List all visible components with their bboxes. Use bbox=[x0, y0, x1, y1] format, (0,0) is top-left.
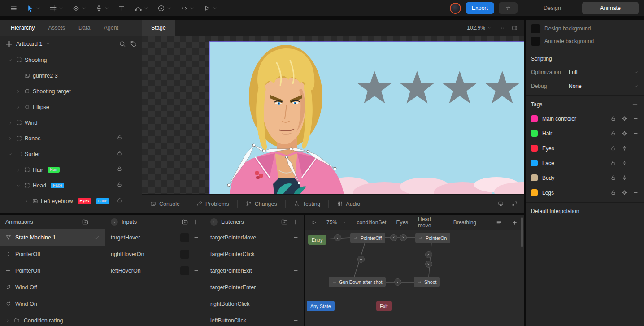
listener-item[interactable]: targetPointerExit bbox=[205, 262, 304, 279]
expand-icon[interactable] bbox=[512, 201, 518, 207]
tag-color-swatch[interactable] bbox=[531, 189, 538, 196]
input-item[interactable]: targetHover bbox=[105, 229, 205, 246]
gear-icon[interactable] bbox=[622, 116, 627, 122]
text-tool[interactable] bbox=[113, 0, 130, 16]
tag-color-swatch[interactable] bbox=[531, 145, 538, 152]
remove-icon[interactable] bbox=[293, 317, 299, 323]
listener-item[interactable]: targetPointerMove bbox=[205, 229, 304, 246]
code-tool[interactable] bbox=[176, 0, 199, 16]
listener-item[interactable]: leftButtonClick bbox=[205, 312, 304, 326]
bolt-tool[interactable] bbox=[153, 0, 176, 16]
tag-color-swatch[interactable] bbox=[531, 130, 538, 137]
add-animation-icon[interactable] bbox=[92, 218, 100, 226]
transition-port[interactable] bbox=[357, 256, 365, 263]
node-entry[interactable]: Entry bbox=[308, 235, 326, 245]
boolean-toggle[interactable] bbox=[180, 266, 189, 275]
boolean-toggle[interactable] bbox=[180, 250, 189, 259]
tab-changes[interactable]: Changes bbox=[244, 201, 279, 207]
transition-port[interactable] bbox=[394, 278, 401, 286]
tree-row[interactable]: Shooting target bbox=[0, 83, 142, 99]
new-folder-icon[interactable] bbox=[82, 218, 89, 226]
boolean-toggle[interactable] bbox=[180, 233, 189, 242]
chevron-down-icon[interactable] bbox=[8, 152, 13, 156]
graph-scrollbar[interactable] bbox=[521, 217, 523, 247]
tree-row[interactable]: gunfire2 3 bbox=[0, 68, 142, 83]
layer-tab[interactable]: conditionSet bbox=[357, 219, 386, 226]
input-item[interactable]: rightHoverOn bbox=[105, 246, 205, 262]
tag-row[interactable]: Face bbox=[526, 156, 644, 170]
export-button[interactable]: Export bbox=[466, 2, 494, 14]
remove-icon[interactable] bbox=[193, 251, 199, 257]
node-state[interactable]: PointerOn bbox=[415, 233, 450, 243]
zoom-control[interactable]: 102.9% bbox=[467, 25, 492, 31]
layer-tab[interactable]: Head move bbox=[418, 216, 444, 229]
tree-row[interactable]: Bones bbox=[0, 130, 142, 146]
tag-color-swatch[interactable] bbox=[531, 115, 538, 122]
lock-icon[interactable] bbox=[117, 150, 122, 156]
curve-tool[interactable] bbox=[130, 0, 153, 16]
tab-hierarchy[interactable]: Hierarchy bbox=[11, 25, 35, 31]
artboard-selector[interactable]: Artboard 1 bbox=[0, 36, 142, 52]
gear-icon[interactable] bbox=[622, 160, 627, 166]
remove-icon[interactable] bbox=[293, 284, 299, 290]
collapse-toggle[interactable] bbox=[210, 218, 218, 226]
remove-icon[interactable] bbox=[293, 301, 299, 307]
debug-select[interactable]: None bbox=[569, 83, 634, 89]
tree-row[interactable]: Hair Hair bbox=[0, 162, 142, 178]
tag-row[interactable]: Hair bbox=[526, 126, 644, 141]
remove-icon[interactable] bbox=[633, 130, 639, 136]
collapse-toggle[interactable] bbox=[111, 218, 118, 226]
graph-zoom-control[interactable]: 75% bbox=[326, 219, 347, 226]
tree-row[interactable]: Left eyebrow Eyes Face bbox=[0, 193, 142, 209]
tab-console[interactable]: Console bbox=[148, 201, 182, 207]
layout-columns-icon[interactable] bbox=[512, 25, 518, 31]
add-tag-icon[interactable] bbox=[631, 101, 639, 108]
layer-tab[interactable]: Breathing bbox=[453, 219, 476, 226]
chevron-down-icon[interactable] bbox=[16, 183, 21, 188]
tree-row[interactable]: Wind bbox=[0, 115, 142, 130]
gear-icon[interactable] bbox=[622, 130, 627, 136]
tag-row[interactable]: Body bbox=[526, 170, 644, 185]
color-swatch[interactable] bbox=[531, 24, 540, 33]
transform-tool[interactable] bbox=[68, 0, 91, 16]
node-state[interactable]: PointerOff bbox=[350, 233, 385, 243]
animation-item[interactable]: Wind Off bbox=[0, 279, 105, 296]
tab-agent[interactable]: Agent bbox=[104, 25, 118, 31]
animation-folder[interactable]: Condition rating bbox=[0, 312, 105, 326]
layer-list-icon[interactable] bbox=[496, 220, 502, 226]
search-icon[interactable] bbox=[119, 40, 126, 48]
display-icon[interactable] bbox=[498, 201, 504, 207]
transition-port[interactable] bbox=[425, 261, 432, 268]
listener-item[interactable]: rightButtonClick bbox=[205, 296, 304, 312]
tag-color-swatch[interactable] bbox=[531, 174, 538, 181]
remove-icon[interactable] bbox=[633, 116, 639, 122]
avatar[interactable] bbox=[450, 3, 461, 14]
animation-item[interactable]: PointerOff bbox=[0, 246, 105, 262]
lock-icon[interactable] bbox=[610, 190, 616, 196]
tab-data[interactable]: Data bbox=[78, 25, 90, 31]
remove-icon[interactable] bbox=[633, 175, 639, 181]
new-folder-icon[interactable] bbox=[181, 218, 188, 226]
remove-icon[interactable] bbox=[633, 190, 639, 196]
chevron-right-icon[interactable] bbox=[8, 136, 13, 141]
animation-item[interactable]: PointerOn bbox=[0, 262, 105, 279]
pen-tool[interactable] bbox=[91, 0, 113, 16]
remove-icon[interactable] bbox=[293, 268, 299, 274]
tree-row[interactable]: Shooting bbox=[0, 52, 142, 68]
input-item[interactable]: leftHoverOn bbox=[105, 262, 205, 279]
listener-item[interactable]: targetPointerClick bbox=[205, 246, 304, 262]
menu-button[interactable] bbox=[5, 0, 22, 16]
stage-canvas[interactable] bbox=[142, 36, 524, 194]
lock-icon[interactable] bbox=[117, 197, 122, 203]
lock-icon[interactable] bbox=[117, 135, 122, 140]
tab-testing[interactable]: Testing bbox=[292, 201, 322, 207]
animation-item[interactable]: Wind On bbox=[0, 296, 105, 312]
optimization-select[interactable]: Full bbox=[569, 69, 634, 75]
tag-row[interactable]: Legs bbox=[526, 185, 644, 200]
chevron-right-icon[interactable] bbox=[5, 318, 10, 323]
artboard-tool[interactable] bbox=[45, 0, 68, 16]
tab-animate[interactable]: Animate bbox=[582, 2, 639, 14]
chevron-down-icon[interactable] bbox=[8, 58, 13, 62]
listener-item[interactable]: targetPointerEnter bbox=[205, 279, 304, 296]
transition-port[interactable] bbox=[425, 251, 432, 258]
